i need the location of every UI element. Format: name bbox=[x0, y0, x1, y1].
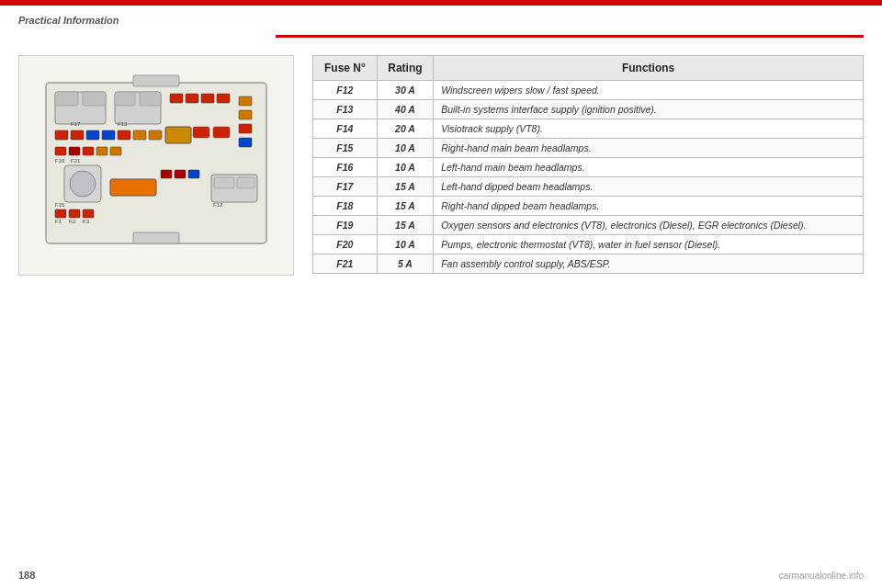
fuse-number-cell: F17 bbox=[313, 177, 378, 197]
table-row: F1610 ALeft-hand main beam headlamps. bbox=[313, 158, 864, 177]
fuse-number-cell: F21 bbox=[313, 254, 378, 274]
svg-rect-19 bbox=[149, 130, 162, 140]
page-number: 188 bbox=[18, 570, 35, 581]
table-row: F1420 AVisiotrack supply (VT8). bbox=[313, 119, 864, 139]
rating-cell: 5 A bbox=[377, 254, 433, 274]
page-header: Practical Information bbox=[0, 6, 882, 35]
svg-rect-2 bbox=[133, 232, 179, 243]
rating-cell: 15 A bbox=[377, 197, 433, 216]
svg-rect-35 bbox=[161, 170, 172, 178]
svg-rect-43 bbox=[237, 177, 254, 188]
function-cell: Fan assembly control supply, ABS/ESP. bbox=[434, 254, 864, 274]
function-cell: Visiotrack supply (VT8). bbox=[434, 119, 864, 139]
function-cell: Left-hand main beam headlamps. bbox=[434, 158, 864, 177]
svg-rect-18 bbox=[133, 130, 146, 140]
fuse-number-cell: F19 bbox=[313, 216, 378, 235]
fuse-number-cell: F12 bbox=[313, 81, 378, 100]
svg-rect-23 bbox=[239, 138, 252, 147]
fuse-number-cell: F16 bbox=[313, 158, 378, 177]
svg-text:F3: F3 bbox=[83, 219, 90, 224]
svg-rect-5 bbox=[83, 92, 106, 106]
svg-rect-9 bbox=[170, 94, 183, 103]
table-row: F1230 AWindscreen wipers slow / fast spe… bbox=[313, 81, 864, 100]
svg-rect-14 bbox=[71, 130, 84, 140]
svg-rect-29 bbox=[83, 147, 94, 155]
col-rating: Rating bbox=[377, 56, 433, 81]
svg-rect-28 bbox=[69, 147, 80, 155]
function-cell: Oxygen sensors and electronics (VT8), el… bbox=[434, 216, 864, 235]
svg-rect-7 bbox=[115, 92, 135, 106]
svg-rect-10 bbox=[186, 94, 198, 103]
svg-rect-11 bbox=[201, 94, 214, 103]
function-cell: Right-hand main beam headlamps. bbox=[434, 139, 864, 158]
rating-cell: 20 A bbox=[377, 119, 433, 139]
table-row: F1815 ARight-hand dipped beam headlamps. bbox=[313, 197, 864, 216]
svg-rect-26 bbox=[213, 127, 230, 138]
col-functions: Functions bbox=[434, 56, 864, 81]
rating-cell: 10 A bbox=[377, 235, 433, 254]
svg-rect-12 bbox=[217, 94, 230, 103]
svg-rect-20 bbox=[239, 96, 252, 106]
svg-rect-22 bbox=[239, 124, 252, 133]
table-row: F2010 APumps, electronic thermostat (VT8… bbox=[313, 235, 864, 254]
svg-rect-39 bbox=[69, 209, 80, 218]
table-header-row: Fuse N° Rating Functions bbox=[313, 56, 864, 81]
rating-cell: 10 A bbox=[377, 158, 433, 177]
svg-text:F19: F19 bbox=[55, 158, 65, 164]
rating-cell: 30 A bbox=[377, 81, 433, 100]
svg-rect-24 bbox=[165, 127, 191, 143]
function-cell: Right-hand dipped beam headlamps. bbox=[434, 197, 864, 216]
svg-text:F17: F17 bbox=[71, 121, 81, 127]
main-content: F19 F21 F17 F13 F15 F12 F1 F2 F3 Fuse N°… bbox=[18, 46, 864, 560]
col-fuse-number: Fuse N° bbox=[313, 56, 378, 81]
svg-rect-38 bbox=[55, 209, 66, 218]
function-cell: Left-hand dipped beam headlamps. bbox=[434, 177, 864, 197]
function-cell: Built-in systems interface supply (ignit… bbox=[434, 100, 864, 119]
table-row: F1510 ARight-hand main beam headlamps. bbox=[313, 139, 864, 158]
rating-cell: 40 A bbox=[377, 100, 433, 119]
svg-rect-34 bbox=[110, 179, 156, 196]
fuse-number-cell: F20 bbox=[313, 235, 378, 254]
svg-text:F21: F21 bbox=[71, 158, 81, 164]
fuse-table: Fuse N° Rating Functions F1230 AWindscre… bbox=[312, 55, 864, 274]
svg-text:F1: F1 bbox=[55, 219, 62, 224]
table-row: F215 AFan assembly control supply, ABS/E… bbox=[313, 254, 864, 274]
svg-rect-40 bbox=[83, 209, 94, 218]
svg-rect-16 bbox=[102, 130, 115, 140]
rating-cell: 10 A bbox=[377, 139, 433, 158]
svg-rect-17 bbox=[118, 130, 130, 140]
rating-cell: 15 A bbox=[377, 177, 433, 197]
svg-rect-42 bbox=[214, 177, 234, 188]
fuse-box-image: F19 F21 F17 F13 F15 F12 F1 F2 F3 bbox=[18, 55, 294, 276]
svg-rect-21 bbox=[239, 110, 252, 119]
page-title: Practical Information bbox=[18, 15, 119, 26]
fuse-number-cell: F14 bbox=[313, 119, 378, 139]
svg-rect-37 bbox=[188, 170, 199, 178]
svg-rect-36 bbox=[175, 170, 186, 178]
svg-text:F12: F12 bbox=[213, 202, 223, 208]
fuse-box-svg: F19 F21 F17 F13 F15 F12 F1 F2 F3 bbox=[37, 74, 276, 257]
fuse-box-diagram-container: F19 F21 F17 F13 F15 F12 F1 F2 F3 bbox=[18, 46, 294, 560]
fuse-number-cell: F18 bbox=[313, 197, 378, 216]
header-accent-line bbox=[276, 35, 864, 38]
function-cell: Windscreen wipers slow / fast speed. bbox=[434, 81, 864, 100]
svg-point-33 bbox=[70, 171, 96, 197]
svg-rect-31 bbox=[110, 147, 121, 155]
table-row: F1915 AOxygen sensors and electronics (V… bbox=[313, 216, 864, 235]
svg-text:F2: F2 bbox=[69, 219, 76, 224]
svg-rect-8 bbox=[140, 92, 161, 106]
watermark: carmanualonline.info bbox=[779, 571, 864, 581]
svg-rect-25 bbox=[193, 127, 209, 138]
svg-rect-27 bbox=[55, 147, 66, 155]
svg-rect-1 bbox=[133, 75, 179, 86]
fuse-number-cell: F15 bbox=[313, 139, 378, 158]
svg-text:F13: F13 bbox=[118, 121, 128, 127]
svg-rect-4 bbox=[55, 92, 78, 106]
table-row: F1340 ABuilt-in systems interface supply… bbox=[313, 100, 864, 119]
rating-cell: 15 A bbox=[377, 216, 433, 235]
svg-rect-30 bbox=[96, 147, 107, 155]
svg-text:F15: F15 bbox=[55, 202, 65, 208]
table-row: F1715 ALeft-hand dipped beam headlamps. bbox=[313, 177, 864, 197]
fuse-number-cell: F13 bbox=[313, 100, 378, 119]
svg-rect-15 bbox=[86, 130, 99, 140]
